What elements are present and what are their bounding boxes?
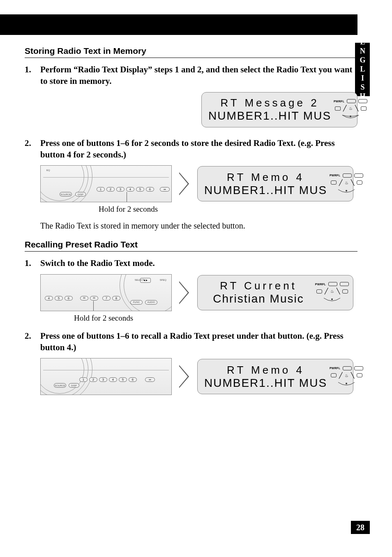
page-header-bar bbox=[0, 14, 357, 35]
indicator-icon bbox=[357, 180, 362, 185]
indicator-icon bbox=[316, 289, 322, 294]
step-number: 2. bbox=[25, 137, 40, 161]
lcd-indicators: PWRFL ╱♨╲ bbox=[316, 282, 348, 303]
section-heading-recalling: Recalling Preset Radio Text bbox=[25, 240, 357, 252]
section-heading-storing: Storing Radio Text in Memory bbox=[25, 46, 357, 58]
lcd-line2: NUMBER1..HIT MUS bbox=[208, 109, 331, 122]
lcd-indicators: PWRFL ╱♨╲ bbox=[330, 173, 362, 194]
audio-button[interactable]: AUDIO bbox=[145, 300, 157, 305]
preset-button-1[interactable]: 1 bbox=[79, 377, 88, 382]
indicator-icon bbox=[347, 99, 356, 103]
step-text: Press one of buttons 1–6 to recall a Rad… bbox=[40, 330, 357, 354]
pwrfl-label: PWRFL bbox=[330, 174, 340, 177]
preset-button-5[interactable]: 5 bbox=[136, 187, 144, 192]
nav-pad[interactable]: ◂ ▸ bbox=[140, 278, 151, 283]
step-text: Press one of buttons 1–6 for 2 seconds t… bbox=[40, 137, 357, 161]
indicator-icon bbox=[331, 180, 337, 185]
device-diagram: SELECT SFEQ ◂ ▸ 4 5 6 ⇔ ⇔ 7 8 bbox=[40, 274, 172, 311]
indicator-icon bbox=[354, 366, 363, 370]
svg-point-2 bbox=[331, 298, 333, 300]
pwrfl-label: PWRFL bbox=[315, 283, 326, 286]
preset-button-2[interactable]: 2 bbox=[106, 187, 115, 192]
lcd-indicators: PWRFL ╱♨╲ bbox=[334, 99, 367, 120]
preset-button-6[interactable]: 6 bbox=[146, 187, 154, 192]
seat-icon bbox=[341, 113, 360, 120]
lcd-line1: RT Memo 4 bbox=[204, 171, 327, 184]
bell-icon: ♨ bbox=[345, 180, 348, 185]
main-content: Storing Radio Text in Memory 1. Perform … bbox=[25, 46, 357, 398]
disp-button[interactable]: DISP bbox=[69, 383, 79, 388]
pwrfl-label: PWRFL bbox=[334, 100, 344, 103]
lcd-line1: RT Message 2 bbox=[208, 97, 331, 109]
preset-button-3[interactable]: 3 bbox=[116, 187, 125, 192]
step-text: Perform “Radio Text Display” steps 1 and… bbox=[40, 64, 357, 87]
svg-point-1 bbox=[346, 190, 347, 192]
indicator-icon bbox=[361, 106, 367, 111]
hold-caption: Hold for 2 seconds bbox=[99, 205, 357, 214]
preset-button-5[interactable]: 5 bbox=[119, 377, 127, 382]
step-text: Switch to the Radio Text mode. bbox=[40, 257, 155, 269]
preset-button-4[interactable]: 4 bbox=[126, 187, 134, 192]
arrow-icon bbox=[179, 172, 190, 195]
seat-icon bbox=[322, 296, 342, 303]
slash-icon: ╱ bbox=[325, 288, 328, 295]
lcd-display: RT Current Christian Music PWRFL ╱♨╲ bbox=[197, 275, 353, 310]
preset-button-4[interactable]: 4 bbox=[45, 296, 53, 300]
step-number: 1. bbox=[25, 257, 40, 269]
step-2-1: 1. Switch to the Radio Text mode. bbox=[25, 257, 357, 269]
step-1-1: 1. Perform “Radio Text Display” steps 1 … bbox=[25, 64, 357, 87]
source-button[interactable]: SOURCE bbox=[54, 383, 66, 388]
slash-icon: ╱ bbox=[339, 372, 342, 379]
bell-icon: ♨ bbox=[345, 373, 348, 378]
preset-button-5[interactable]: 5 bbox=[55, 296, 63, 300]
lcd-line1: RT Memo 4 bbox=[204, 364, 327, 377]
lcd-line2: NUMBER1..HIT MUS bbox=[204, 377, 327, 390]
indicator-icon bbox=[358, 99, 367, 103]
indicator-icon bbox=[340, 282, 349, 286]
backslash-icon: ╲ bbox=[351, 372, 354, 379]
func-button[interactable]: FUNC bbox=[130, 300, 143, 305]
device-diagram: EQ 1 2 3 4 5 6 ⇔ SOURCE DISP bbox=[40, 165, 172, 202]
step-number: 1. bbox=[25, 64, 40, 87]
bell-icon: ♨ bbox=[330, 289, 334, 294]
device-diagram: 1 2 3 4 5 6 ⇔ SOURCE DISP bbox=[40, 358, 172, 395]
hold-caption: Hold for 2 seconds bbox=[74, 314, 357, 323]
disp-button[interactable]: DISP bbox=[75, 192, 86, 196]
lcd-display: RT Message 2 NUMBER1..HIT MUS PWRFL ╱♨╲ bbox=[201, 92, 357, 127]
arrow-icon bbox=[179, 281, 190, 304]
indicator-icon bbox=[343, 173, 352, 178]
leader-line bbox=[127, 192, 127, 202]
aux-button[interactable]: ⇔ bbox=[80, 296, 88, 300]
preset-button-6[interactable]: 6 bbox=[65, 296, 73, 300]
aux-button[interactable]: ⇔ bbox=[145, 377, 155, 382]
indicator-icon bbox=[343, 366, 352, 370]
preset-button-1[interactable]: 1 bbox=[97, 187, 105, 192]
backslash-icon: ╲ bbox=[355, 105, 358, 112]
step-number: 2. bbox=[25, 330, 40, 354]
indicator-icon bbox=[357, 373, 362, 377]
preset-button-3[interactable]: 3 bbox=[99, 377, 107, 382]
arrow-icon bbox=[179, 365, 190, 388]
backslash-icon: ╲ bbox=[337, 288, 340, 295]
lcd-line2: NUMBER1..HIT MUS bbox=[204, 184, 327, 197]
seat-icon bbox=[337, 188, 356, 194]
aux-button[interactable]: ⇔ bbox=[90, 296, 98, 300]
svg-point-3 bbox=[346, 383, 347, 384]
preset-button-8[interactable]: 8 bbox=[112, 296, 120, 300]
pwrfl-label: PWRFL bbox=[330, 367, 340, 370]
indicator-icon bbox=[335, 106, 341, 111]
lcd-indicators: PWRFL ╱♨╲ bbox=[330, 366, 362, 387]
lcd-display: RT Memo 4 NUMBER1..HIT MUS PWRFL ╱♨╲ bbox=[197, 166, 353, 201]
preset-button-4[interactable]: 4 bbox=[109, 377, 117, 382]
preset-button-7[interactable]: 7 bbox=[102, 296, 111, 300]
lcd-display: RT Memo 4 NUMBER1..HIT MUS PWRFL ╱♨╲ bbox=[197, 359, 353, 394]
leader-line bbox=[93, 301, 94, 311]
step-1-2: 2. Press one of buttons 1–6 for 2 second… bbox=[25, 137, 357, 161]
eq-label: EQ bbox=[46, 169, 50, 171]
preset-button-2[interactable]: 2 bbox=[89, 377, 97, 382]
source-button[interactable]: SOURCE bbox=[60, 192, 72, 196]
lcd-line1: RT Current bbox=[204, 280, 313, 292]
preset-button-6[interactable]: 6 bbox=[129, 377, 137, 382]
aux-button[interactable]: ⇔ bbox=[160, 187, 170, 192]
page-number: 28 bbox=[351, 521, 370, 534]
